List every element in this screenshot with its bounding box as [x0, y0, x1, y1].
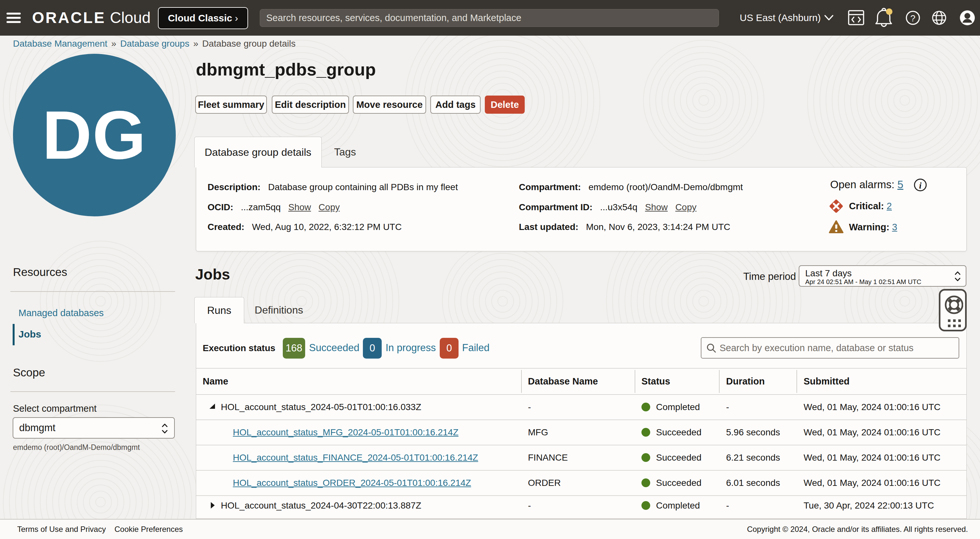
svg-text:i: i: [919, 181, 922, 190]
svg-text:?: ?: [910, 13, 915, 23]
